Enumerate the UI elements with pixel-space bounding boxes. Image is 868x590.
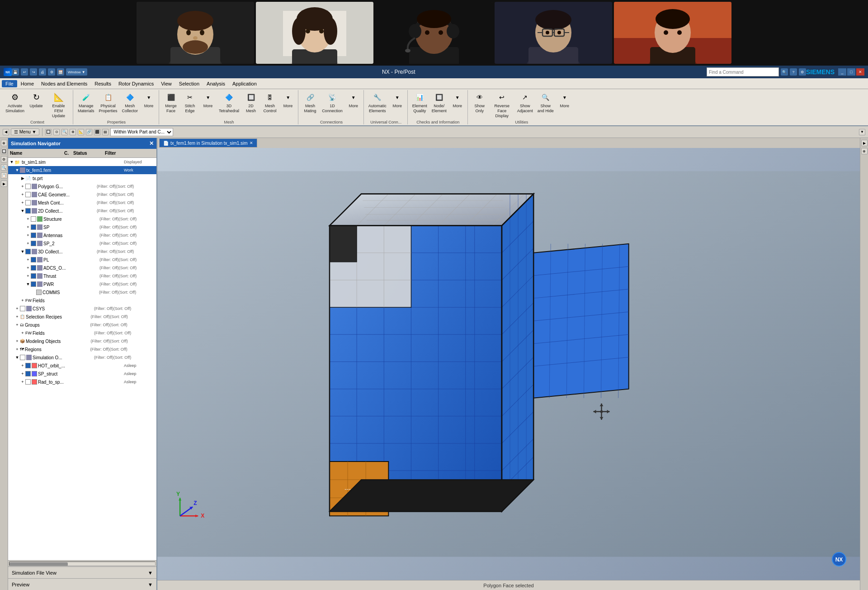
check-hot[interactable] (25, 363, 31, 368)
settings-tb-icon[interactable]: ⚙ (799, 68, 806, 76)
nav-scrollbar-h[interactable] (8, 560, 156, 566)
nav-item-3d[interactable]: ▼ 3D Collect... (Filter: Off)(Sort: Off) (8, 247, 156, 256)
check-spstruct[interactable] (25, 371, 31, 376)
video-tile-2[interactable] (256, 2, 373, 64)
expand-hot[interactable]: + (20, 363, 25, 368)
viewport-canvas[interactable]: --- (157, 148, 860, 580)
nav-close-btn[interactable]: ✕ (149, 140, 154, 147)
nav-item-comms[interactable]: COMMS (Filter: Off)(Sort: Off) (8, 288, 156, 296)
expand-fields2[interactable]: + (20, 330, 25, 336)
nav-item-structure[interactable]: + Structure (Filter: Off)(Sort: Off) (8, 215, 156, 223)
cmd-bar-snap-1[interactable]: 🔲 (45, 129, 52, 135)
search-tb-icon[interactable]: 🔍 (781, 68, 788, 76)
activate-simulation-btn[interactable]: ⚙ ActivateSimulation (4, 90, 26, 114)
check-antennas[interactable] (31, 233, 36, 238)
menu-home[interactable]: Home (17, 80, 38, 87)
sim-file-view-panel[interactable]: Simulation File View ▼ (8, 566, 156, 578)
check-2d[interactable] (25, 208, 31, 214)
tb-icon-6[interactable]: 🪟 (57, 68, 64, 76)
mesh-more-btn[interactable]: ▼ More (200, 90, 216, 109)
check-cae[interactable] (25, 192, 31, 197)
expand-pwr[interactable]: ▼ (25, 281, 31, 287)
video-tile-3[interactable] (375, 2, 493, 64)
univ-more-btn[interactable]: ▼ More (389, 90, 406, 109)
viewport-tab-fem[interactable]: 📄 tx_fem1.fem in Simulation tx_sim1.sim … (159, 138, 257, 148)
nav-item-hot[interactable]: + HOT_orbit_... Asleep (8, 362, 156, 370)
automatic-elements-btn[interactable]: 🔧 AutomaticElements (367, 90, 388, 114)
expand-sel-recipes[interactable]: + (14, 314, 20, 319)
nav-item-mc[interactable]: + Mesh Cont... (Filter: Off)(Sort: Off) (8, 199, 156, 207)
menu-view[interactable]: View (157, 80, 175, 87)
expand-structure[interactable]: + (25, 216, 31, 222)
video-tile-1[interactable] (137, 2, 254, 64)
expand-adcs[interactable]: + (25, 265, 31, 271)
2d-mesh-btn[interactable]: 🔲 2DMesh (242, 90, 260, 114)
tb-icon-5[interactable]: ⚙ (48, 68, 55, 76)
nav-item-thrust[interactable]: + Thrust (Filter: Off)(Sort: Off) (8, 272, 156, 280)
tb-icon-4[interactable]: 🖨 (39, 68, 46, 76)
side-icon-4[interactable]: 🔍 (1, 164, 7, 171)
element-quality-btn[interactable]: 📊 ElementQuality (410, 90, 429, 114)
check-pg[interactable] (25, 184, 31, 189)
find-command-input[interactable] (707, 67, 779, 76)
stitch-edge-btn[interactable]: ✂ StitchEdge (181, 90, 199, 114)
nav-item-adcs[interactable]: + ADCS_O... (Filter: Off)(Sort: Off) (8, 264, 156, 272)
menu-nodes-elements[interactable]: Nodes and Elements (38, 80, 91, 87)
check-thrust[interactable] (31, 273, 36, 279)
sim-file-view-arrow[interactable]: ▼ (148, 570, 153, 576)
nav-item-rad[interactable]: + Rad_to_sp... Asleep (8, 378, 156, 386)
check-csys[interactable] (20, 306, 25, 311)
minimize-button[interactable]: _ (838, 68, 846, 76)
cmd-bar-snap-5[interactable]: 📐 (78, 129, 84, 135)
side-icon-3[interactable]: ⚙ (1, 156, 7, 162)
1d-connection-btn[interactable]: 📡 1DConnection (320, 90, 344, 114)
nav-item-fields2[interactable]: + FW Fields (Filter: Off)(Sort: Off) (8, 329, 156, 337)
enable-fem-btn[interactable]: 📐 Enable FEMUpdate (46, 90, 71, 119)
help-tb-icon[interactable]: ? (790, 68, 797, 76)
expand-fem[interactable]: ▼ (14, 167, 20, 173)
nav-item-prt[interactable]: ▶ 📄 tx.prt (8, 174, 156, 182)
menu-results[interactable]: Results (91, 80, 115, 87)
expand-groups[interactable]: + (14, 322, 20, 328)
show-only-btn[interactable]: 👁 ShowOnly (471, 90, 489, 114)
menu-button[interactable]: ☰ Menu ▼ (11, 128, 39, 135)
scrollbar-thumb[interactable] (9, 562, 68, 566)
expand-simo[interactable]: ▼ (14, 355, 20, 360)
menu-application[interactable]: Application (229, 80, 260, 87)
expand-2d[interactable]: ▼ (20, 208, 25, 214)
menu-analysis[interactable]: Analysis (203, 80, 229, 87)
cmd-right-icon[interactable]: ▼ (859, 129, 865, 135)
expand-pg[interactable]: + (20, 184, 25, 189)
side-icon-1[interactable]: ⊕ (1, 140, 7, 146)
right-icon-1[interactable]: ▶ (861, 140, 868, 146)
nav-item-pwr[interactable]: ▼ PWR (Filter: Off)(Sort: Off) (8, 280, 156, 288)
preview-panel[interactable]: Preview ▼ (8, 578, 156, 590)
side-icon-6[interactable]: ▶ (1, 181, 7, 187)
expand-pl[interactable]: + (25, 257, 31, 262)
expand-3d[interactable]: ▼ (20, 249, 25, 254)
update-btn[interactable]: ↻ Update (27, 90, 45, 109)
cmd-bar-snap-7[interactable]: ⬛ (94, 129, 100, 135)
nav-item-antennas[interactable]: + Antennas (Filter: Off)(Sort: Off) (8, 231, 156, 239)
checks-more-btn[interactable]: ▼ More (449, 90, 466, 109)
cmd-bar-snap-2[interactable]: ⊙ (53, 129, 60, 135)
nav-item-cae[interactable]: + CAE Geometr... (Filter: Off)(Sort: Off… (8, 190, 156, 199)
undo-icon-tb[interactable]: ↩ (21, 68, 28, 76)
check-pl[interactable] (31, 257, 36, 262)
side-icon-5[interactable]: 📋 (1, 172, 7, 179)
expand-thrust[interactable]: + (25, 273, 31, 279)
nav-item-simo[interactable]: ▼ Simulation O... (Filter: Off)(Sort: Of… (8, 353, 156, 362)
check-mc[interactable] (25, 200, 31, 205)
expand-sim[interactable]: ▼ (9, 159, 14, 165)
menu-file[interactable]: File (2, 80, 17, 87)
properties-more-btn[interactable]: ▼ More (141, 90, 157, 109)
nav-item-groups[interactable]: + 🗂 Groups (Filter: Off)(Sort: Off) (8, 321, 156, 329)
nav-item-fields1[interactable]: + FW Fields (8, 296, 156, 305)
expand-sp2[interactable]: + (25, 241, 31, 246)
merge-face-btn[interactable]: ⬛ MergeFace (162, 90, 180, 114)
close-button[interactable]: ✕ (856, 68, 864, 76)
maximize-button[interactable]: □ (847, 68, 855, 76)
conn-more-btn[interactable]: ▼ More (345, 90, 362, 109)
expand-mo[interactable]: + (14, 338, 20, 344)
mesh-mating-btn[interactable]: 🔗 MeshMating (301, 90, 319, 114)
